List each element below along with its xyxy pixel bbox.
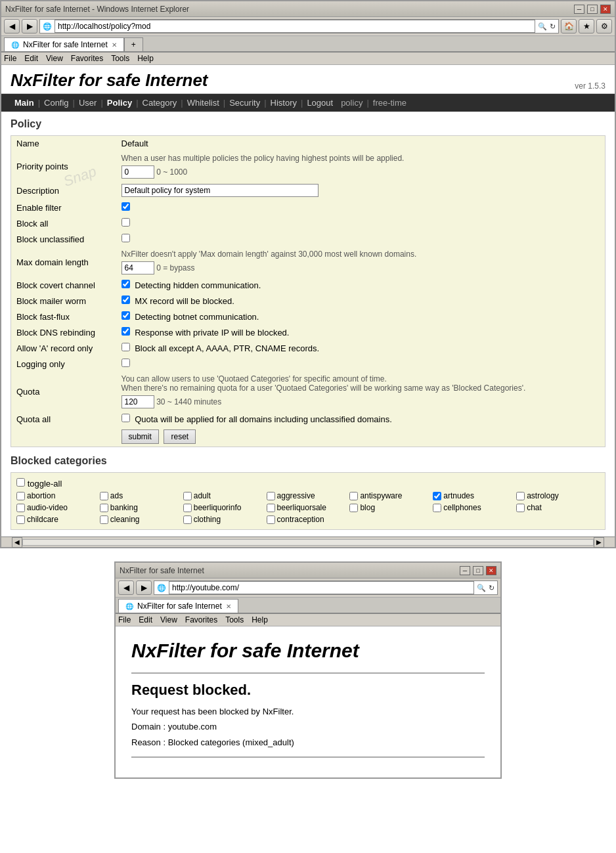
nav-subnav-policy[interactable]: policy bbox=[337, 98, 366, 108]
cat-aggressive-checkbox[interactable] bbox=[267, 492, 275, 500]
menu-help[interactable]: Help bbox=[137, 54, 154, 63]
allow-a-checkbox[interactable] bbox=[121, 343, 130, 351]
menu-favorites-2[interactable]: Favorites bbox=[185, 615, 217, 624]
url-input[interactable] bbox=[55, 20, 535, 33]
menu-view-2[interactable]: View bbox=[160, 615, 177, 624]
close-button[interactable]: ✕ bbox=[600, 5, 611, 14]
nav-policy[interactable]: Policy bbox=[103, 98, 136, 108]
title-bar-2: NxFilter for safe Internet ─ □ ✕ bbox=[116, 563, 500, 579]
cat-banking-checkbox[interactable] bbox=[100, 504, 108, 512]
refresh-icon-2[interactable]: ↻ bbox=[489, 584, 495, 592]
quota-help2: When there's no remaining quota for a us… bbox=[121, 383, 600, 393]
cat-adult-checkbox[interactable] bbox=[183, 492, 192, 500]
cat-cleaning-checkbox[interactable] bbox=[100, 515, 108, 524]
nav-whitelist[interactable]: Whitelist bbox=[183, 98, 223, 108]
cat-cellphones-checkbox[interactable] bbox=[433, 504, 441, 512]
block-unclassified-checkbox[interactable] bbox=[121, 234, 130, 242]
toggle-all-checkbox[interactable] bbox=[16, 478, 25, 487]
toggle-all-label[interactable]: toggle-all bbox=[16, 479, 62, 489]
quota-range: 30 ~ 1440 minutes bbox=[156, 397, 221, 406]
block-mailer-checkbox[interactable] bbox=[121, 295, 130, 304]
tab-close-button[interactable]: ✕ bbox=[112, 41, 117, 49]
cat-beerliquorinfo-checkbox[interactable] bbox=[183, 504, 192, 512]
settings-button[interactable]: ⚙ bbox=[596, 19, 612, 33]
logging-checkbox[interactable] bbox=[121, 359, 130, 367]
cat-cellphones: cellphones bbox=[433, 503, 516, 512]
tab-active-2[interactable]: 🌐 NxFilter for safe Internet ✕ bbox=[118, 599, 238, 613]
back-button[interactable]: ◀ bbox=[4, 19, 20, 33]
nav-security[interactable]: Security bbox=[225, 98, 264, 108]
back-button-2[interactable]: ◀ bbox=[118, 580, 134, 595]
tab-active[interactable]: 🌐 NxFilter for safe Internet ✕ bbox=[4, 37, 124, 51]
scrollbar-track[interactable] bbox=[22, 539, 594, 546]
menu-help-2[interactable]: Help bbox=[252, 615, 268, 624]
cat-childcare-checkbox[interactable] bbox=[16, 515, 25, 524]
cat-clothing-checkbox[interactable] bbox=[183, 515, 192, 524]
tab-new[interactable]: + bbox=[124, 37, 143, 51]
cat-contraception: contraception bbox=[267, 515, 350, 524]
menu-edit[interactable]: Edit bbox=[24, 54, 38, 63]
cat-chat-checkbox[interactable] bbox=[516, 504, 525, 512]
refresh-icon[interactable]: ↻ bbox=[550, 22, 556, 31]
nav-logout[interactable]: Logout bbox=[303, 98, 337, 108]
menu-view[interactable]: View bbox=[46, 54, 63, 63]
nav-history[interactable]: History bbox=[267, 98, 301, 108]
quota-cell: You can allow users to use 'Quotaed Cate… bbox=[116, 372, 605, 411]
cat-audio-video-checkbox[interactable] bbox=[16, 504, 25, 512]
menu-file[interactable]: File bbox=[4, 54, 16, 63]
minimize-button[interactable]: ─ bbox=[574, 5, 584, 14]
nav-category[interactable]: Category bbox=[139, 98, 181, 108]
block-covert-checkbox[interactable] bbox=[121, 280, 130, 288]
nav-subnav-freetime[interactable]: free-time bbox=[369, 98, 410, 108]
close-button-2[interactable]: ✕ bbox=[486, 566, 496, 575]
scroll-left-arrow[interactable]: ◀ bbox=[12, 537, 22, 548]
quota-all-checkbox[interactable] bbox=[121, 414, 130, 422]
row-block-dns: Block DNS rebinding Response with privat… bbox=[11, 324, 605, 340]
block-dns-checkbox[interactable] bbox=[121, 327, 130, 336]
description-input[interactable] bbox=[121, 184, 319, 197]
nav-config[interactable]: Config bbox=[40, 98, 73, 108]
favorites-button[interactable]: ★ bbox=[579, 19, 594, 33]
tab-bar: 🌐 NxFilter for safe Internet ✕ + bbox=[1, 36, 615, 53]
block-all-checkbox[interactable] bbox=[121, 218, 130, 227]
cat-astrology-checkbox[interactable] bbox=[516, 492, 525, 500]
menu-tools-2[interactable]: Tools bbox=[225, 615, 244, 624]
nav-user[interactable]: User bbox=[75, 98, 100, 108]
address-bar-2[interactable]: 🌐 🔍 ↻ bbox=[154, 580, 498, 595]
home-button[interactable]: 🏠 bbox=[561, 19, 577, 33]
menu-edit-2[interactable]: Edit bbox=[139, 615, 152, 624]
cat-blog-checkbox[interactable] bbox=[349, 504, 358, 512]
maximize-button-2[interactable]: □ bbox=[473, 566, 483, 575]
block-fastflux-checkbox[interactable] bbox=[121, 311, 130, 320]
quota-all-help: Quota will be applied for all domains in… bbox=[135, 414, 392, 424]
row-allow-a: Allow 'A' record only Block all except A… bbox=[11, 340, 605, 356]
cat-artnudes-checkbox[interactable] bbox=[433, 492, 441, 500]
cat-contraception-checkbox[interactable] bbox=[267, 515, 275, 524]
max-domain-input[interactable] bbox=[121, 261, 154, 274]
menu-favorites[interactable]: Favorites bbox=[71, 54, 103, 63]
nav-main[interactable]: Main bbox=[11, 98, 38, 108]
address-bar[interactable]: 🌐 🔍 ↻ bbox=[39, 19, 559, 33]
tab-close-button-2[interactable]: ✕ bbox=[226, 603, 231, 610]
minimize-button-2[interactable]: ─ bbox=[460, 566, 470, 575]
menu-file-2[interactable]: File bbox=[118, 615, 131, 624]
cat-beerliquorsale-checkbox[interactable] bbox=[267, 504, 275, 512]
block-unclassified-cell bbox=[116, 231, 605, 247]
block-all-cell bbox=[116, 215, 605, 231]
priority-input[interactable] bbox=[121, 165, 154, 179]
reset-button[interactable]: reset bbox=[164, 429, 196, 444]
scroll-right-arrow[interactable]: ▶ bbox=[594, 537, 604, 548]
submit-button[interactable]: submit bbox=[121, 429, 159, 444]
menu-tools[interactable]: Tools bbox=[111, 54, 129, 63]
forward-button[interactable]: ▶ bbox=[22, 19, 37, 33]
logging-cell bbox=[116, 356, 605, 372]
cat-abortion-checkbox[interactable] bbox=[16, 492, 25, 500]
url-input-2[interactable] bbox=[169, 581, 474, 594]
enable-filter-checkbox[interactable] bbox=[121, 202, 130, 211]
browser-window-2: NxFilter for safe Internet ─ □ ✕ ◀ ▶ 🌐 🔍… bbox=[114, 561, 502, 779]
cat-ads-checkbox[interactable] bbox=[100, 492, 108, 500]
cat-antispyware-checkbox[interactable] bbox=[349, 492, 358, 500]
forward-button-2[interactable]: ▶ bbox=[136, 580, 152, 595]
quota-input[interactable] bbox=[121, 395, 154, 408]
maximize-button[interactable]: □ bbox=[587, 5, 598, 14]
